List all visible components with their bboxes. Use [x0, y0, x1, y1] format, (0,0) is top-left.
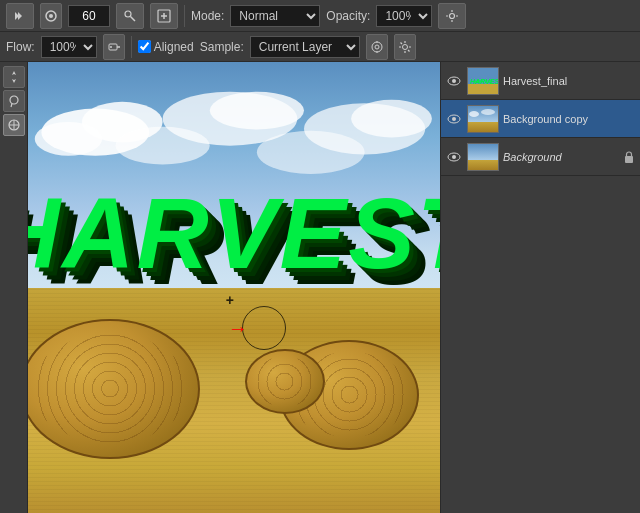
layer-name-background: Background	[503, 151, 618, 163]
hay-bale-small	[245, 349, 325, 414]
layer-visibility-harvest[interactable]	[445, 72, 463, 90]
svg-line-25	[400, 42, 402, 44]
svg-line-26	[408, 50, 410, 52]
svg-point-40	[116, 127, 210, 165]
aligned-checkbox[interactable]	[138, 40, 151, 53]
svg-marker-27	[12, 71, 16, 83]
toolbar-top: 60 Mode: Normal Dissolve Multiply Screen…	[0, 0, 640, 32]
svg-rect-45	[468, 84, 499, 95]
layer-visibility-bg[interactable]	[445, 148, 463, 166]
mode-select[interactable]: Normal Dissolve Multiply Screen Overlay	[230, 5, 320, 27]
mode-label: Mode:	[191, 9, 224, 23]
svg-point-51	[469, 111, 479, 117]
svg-point-41	[257, 131, 365, 174]
tool-next-button[interactable]	[40, 3, 62, 29]
toolbar-settings-button[interactable]	[394, 34, 416, 60]
svg-point-39	[351, 100, 432, 138]
svg-point-3	[49, 14, 53, 18]
hay-bale-left	[28, 319, 200, 459]
tool-prev-button[interactable]	[6, 3, 34, 29]
flow-select[interactable]: 100% 75% 50%	[41, 36, 97, 58]
left-tool-panel	[0, 62, 28, 513]
layer-thumb-harvest: HARVEST	[467, 67, 499, 95]
brush-load-button[interactable]	[116, 3, 144, 29]
svg-point-28	[10, 96, 18, 104]
layer-item-background[interactable]: Background	[441, 138, 640, 176]
svg-point-4	[125, 11, 131, 17]
svg-point-17	[372, 42, 382, 52]
svg-point-16	[110, 46, 112, 48]
svg-point-18	[375, 45, 379, 49]
svg-line-29	[11, 104, 12, 108]
layer-thumb-bg-copy	[467, 105, 499, 133]
clone-stamp-tool-button[interactable]	[3, 114, 25, 136]
harvest-text: HARVEST	[28, 176, 440, 291]
aligned-checkbox-label[interactable]: Aligned	[138, 40, 194, 54]
canvas-area[interactable]: HARVEST	[28, 62, 440, 513]
move-tool-button[interactable]	[3, 66, 25, 88]
separator2	[131, 36, 132, 58]
layer-name-harvest: Harvest_final	[503, 75, 636, 87]
sample-ring-button[interactable]	[366, 34, 388, 60]
lasso-tool-button[interactable]	[3, 90, 25, 112]
svg-rect-50	[468, 122, 499, 133]
svg-point-37	[210, 92, 304, 130]
svg-point-43	[452, 79, 456, 83]
brush-save-button[interactable]	[150, 3, 178, 29]
svg-point-35	[35, 122, 102, 156]
brush-settings-button[interactable]	[438, 3, 466, 29]
svg-line-5	[131, 16, 136, 21]
main-area: HARVEST HARVEST Harvest_final	[0, 62, 640, 513]
sample-label: Sample:	[200, 40, 244, 54]
layer-item-harvest-final[interactable]: HARVEST Harvest_final	[441, 62, 640, 100]
svg-rect-56	[468, 160, 499, 171]
toolbar-second: Flow: 100% 75% 50% Aligned Sample: Curre…	[0, 32, 640, 62]
svg-point-9	[450, 13, 455, 18]
layer-lock-icon	[622, 150, 636, 164]
svg-text:HARVEST: HARVEST	[470, 78, 499, 85]
svg-point-48	[452, 117, 456, 121]
layers-panel: HARVEST Harvest_final	[440, 62, 640, 513]
flow-label: Flow:	[6, 40, 35, 54]
layer-name-bg-copy: Background copy	[503, 113, 636, 125]
airbrush-toggle[interactable]	[103, 34, 125, 60]
layer-item-bg-copy[interactable]: Background copy	[441, 100, 640, 138]
brush-size-input[interactable]: 60	[68, 5, 110, 27]
layer-thumb-background	[467, 143, 499, 171]
aligned-label-text: Aligned	[154, 40, 194, 54]
sample-select[interactable]: Current Layer All Layers Current & Below	[250, 36, 360, 58]
layer-visibility-bg-copy[interactable]	[445, 110, 463, 128]
svg-rect-57	[625, 156, 633, 163]
separator	[184, 5, 185, 27]
opacity-select[interactable]: 100% 75% 50% 25%	[376, 5, 432, 27]
opacity-label: Opacity:	[326, 9, 370, 23]
svg-point-54	[452, 155, 456, 159]
svg-point-52	[481, 109, 495, 115]
svg-rect-55	[468, 144, 499, 160]
